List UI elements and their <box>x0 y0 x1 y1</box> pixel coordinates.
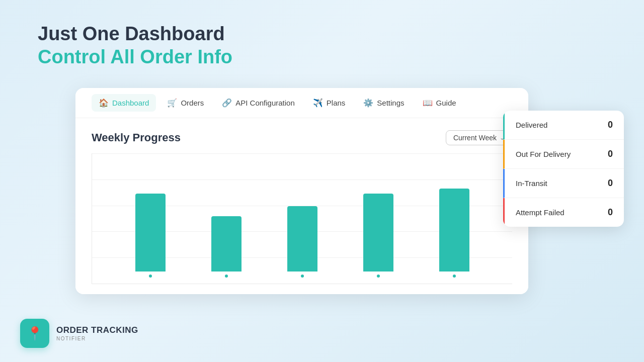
stat-label-attempt-failed: Attempt Failed <box>516 208 565 217</box>
nav-item-guide[interactable]: 📖 Guide <box>416 94 463 112</box>
stat-row-attempt-failed: Attempt Failed 0 <box>503 198 624 227</box>
chart-title: Weekly Progress <box>92 131 181 144</box>
home-icon: 🏠 <box>99 98 109 108</box>
chart-section: Weekly Progress Current Week ⌄ <box>75 118 528 294</box>
stat-value-attempt-failed: 0 <box>608 207 613 218</box>
bar-dot-2 <box>225 275 228 278</box>
bar-2 <box>211 216 242 272</box>
hero-line1: Just One Dashboard <box>38 23 232 46</box>
bar-dot-1 <box>149 275 152 278</box>
bar-dot-3 <box>301 275 304 278</box>
nav-item-dashboard[interactable]: 🏠 Dashboard <box>92 94 156 112</box>
brand-text: ORDER TRACKING NOTIFIER <box>56 325 138 341</box>
stat-row-out-delivery: Out For Delivery 0 <box>503 140 624 169</box>
stat-value-delivered: 0 <box>608 120 613 130</box>
bar-3 <box>287 206 317 272</box>
stat-value-in-transit: 0 <box>608 178 613 189</box>
gear-icon: ⚙️ <box>363 98 373 108</box>
nav-label-dashboard: Dashboard <box>112 99 149 107</box>
nav-label-guide: Guide <box>436 99 456 107</box>
nav-item-orders[interactable]: 🛒 Orders <box>160 94 211 112</box>
bar-group-4 <box>363 194 393 279</box>
nav-bar: 🏠 Dashboard 🛒 Orders 🔗 API Configuration… <box>75 88 528 118</box>
stat-label-delivered: Delivered <box>516 121 547 129</box>
bar-dot-5 <box>453 275 456 278</box>
nav-label-api: API Configuration <box>235 99 295 107</box>
week-selector-button[interactable]: Current Week ⌄ <box>446 130 512 145</box>
bar-group-5 <box>439 189 469 279</box>
brand-sub: NOTIFIER <box>56 336 138 341</box>
week-selector-label: Current Week <box>453 134 497 142</box>
stat-row-in-transit: In-Transit 0 <box>503 169 624 198</box>
hero-line2: Control All Order Info <box>38 46 232 69</box>
stat-label-in-transit: In-Transit <box>516 179 547 188</box>
logo-icon <box>20 319 49 348</box>
bar-group-2 <box>211 216 242 279</box>
nav-item-settings[interactable]: ⚙️ Settings <box>356 94 411 112</box>
nav-item-plans[interactable]: ✈️ Plans <box>306 94 353 112</box>
stats-panel: Delivered 0 Out For Delivery 0 In-Transi… <box>503 111 624 227</box>
brand-logo: ORDER TRACKING NOTIFIER <box>20 319 138 348</box>
stat-value-out-delivery: 0 <box>608 149 613 159</box>
bar-5 <box>439 189 469 272</box>
link-icon: 🔗 <box>222 98 232 108</box>
brand-name: ORDER TRACKING <box>56 325 138 335</box>
nav-label-settings: Settings <box>377 99 404 107</box>
nav-item-api-config[interactable]: 🔗 API Configuration <box>215 94 302 112</box>
chart-header: Weekly Progress Current Week ⌄ <box>92 130 512 145</box>
hero-section: Just One Dashboard Control All Order Inf… <box>38 23 232 68</box>
bar-chart <box>92 153 512 284</box>
bar-dot-4 <box>377 275 380 278</box>
stat-row-delivered: Delivered 0 <box>503 111 624 140</box>
stat-label-out-delivery: Out For Delivery <box>516 150 571 158</box>
nav-label-plans: Plans <box>327 99 346 107</box>
dashboard-card: 🏠 Dashboard 🛒 Orders 🔗 API Configuration… <box>75 88 528 294</box>
bar-group-1 <box>135 194 166 279</box>
cart-icon: 🛒 <box>167 98 177 108</box>
bar-4 <box>363 194 393 272</box>
bars-container <box>92 153 512 284</box>
plans-icon: ✈️ <box>313 98 323 108</box>
book-icon: 📖 <box>423 98 433 108</box>
bar-1 <box>135 194 166 272</box>
nav-label-orders: Orders <box>181 99 204 107</box>
bar-group-3 <box>287 206 317 279</box>
